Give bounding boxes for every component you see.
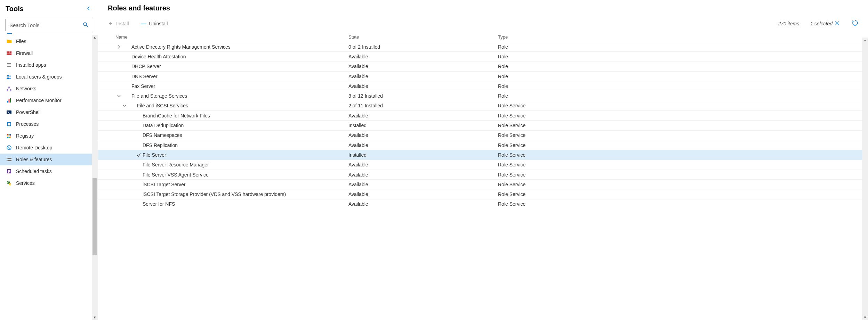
folder-icon xyxy=(6,39,12,44)
row-state: 2 of 11 Installed xyxy=(348,103,498,108)
table-row[interactable]: iSCSI Target ServerAvailableRole Service xyxy=(98,180,868,189)
install-label: Install xyxy=(116,21,129,26)
scrollbar-thumb[interactable] xyxy=(93,178,97,255)
row-name: File and Storage Services xyxy=(131,93,348,99)
users-icon xyxy=(6,74,12,80)
row-state: Available xyxy=(348,83,498,89)
table-row[interactable]: File and iSCSI Services2 of 11 Installed… xyxy=(98,101,868,111)
table-row[interactable]: iSCSI Target Storage Provider (VDS and V… xyxy=(98,189,868,199)
svg-rect-28 xyxy=(10,136,11,137)
sidebar-item-performance-monitor[interactable]: Performance Monitor xyxy=(0,95,98,106)
search-tools-box[interactable] xyxy=(6,19,92,31)
sidebar-item-label: Local users & groups xyxy=(16,74,62,80)
expand-toggle[interactable] xyxy=(114,45,124,49)
svg-rect-30 xyxy=(9,137,10,138)
sidebar-item-powershell[interactable]: PowerShell xyxy=(0,106,98,118)
table-row[interactable]: DFS NamespacesAvailableRole Service xyxy=(98,131,868,140)
refresh-button[interactable] xyxy=(852,20,858,28)
row-state: Installed xyxy=(348,152,498,158)
row-type: Role Service xyxy=(498,172,868,178)
table-row[interactable]: File Server VSS Agent ServiceAvailableRo… xyxy=(98,170,868,180)
sidebar-scrollbar[interactable]: ▲ ▼ xyxy=(92,35,98,320)
sidebar-item-processes[interactable]: Processes xyxy=(0,118,98,130)
row-type: Role Service xyxy=(498,132,868,138)
table-row[interactable]: Active Directory Rights Management Servi… xyxy=(98,42,868,52)
scroll-down-icon[interactable]: ▼ xyxy=(93,315,97,320)
sidebar-header: Tools xyxy=(0,0,98,16)
row-state: Available xyxy=(348,191,498,197)
row-type: Role xyxy=(498,44,868,50)
clear-selection-button[interactable] xyxy=(835,21,839,27)
scroll-up-icon[interactable]: ▲ xyxy=(93,35,97,40)
row-name: Active Directory Rights Management Servi… xyxy=(131,44,348,50)
grid-scrollbar[interactable]: ▲ ▼ xyxy=(862,38,868,320)
toolbar: + Install — Uninstall 270 items 1 select… xyxy=(98,15,868,32)
row-name: File Server VSS Agent Service xyxy=(143,172,348,178)
sidebar-item-firewall[interactable]: Firewall xyxy=(0,47,98,59)
sidebar-item-label: Files xyxy=(16,39,26,44)
table-row[interactable]: Server for NFSAvailableRole Service xyxy=(98,199,868,209)
search-icon xyxy=(83,22,88,28)
table-row[interactable]: Data DeduplicationInstalledRole Service xyxy=(98,121,868,130)
search-input[interactable] xyxy=(9,22,83,28)
roles-icon xyxy=(6,157,12,162)
row-state: Available xyxy=(348,172,498,178)
column-header-state[interactable]: State xyxy=(348,34,498,40)
svg-rect-22 xyxy=(8,123,10,125)
sidebar-item-registry[interactable]: Registry xyxy=(0,130,98,142)
sidebar-item-label: Processes xyxy=(16,121,39,127)
registry-icon xyxy=(6,133,12,139)
row-type: Role xyxy=(498,83,868,89)
main-panel: Roles and features + Install — Uninstall… xyxy=(98,0,868,320)
sidebar-item-label: PowerShell xyxy=(16,109,41,115)
row-state: Available xyxy=(348,182,498,187)
expand-toggle[interactable] xyxy=(120,104,129,107)
sidebar-item-services[interactable]: Services xyxy=(0,177,98,189)
scroll-down-icon[interactable]: ▼ xyxy=(863,315,867,320)
list-icon xyxy=(6,62,12,68)
svg-rect-41 xyxy=(8,172,9,173)
row-state: Available xyxy=(348,142,498,148)
row-type: Role xyxy=(498,64,868,69)
expand-toggle[interactable] xyxy=(114,94,124,98)
svg-rect-29 xyxy=(7,137,8,138)
table-row[interactable]: DFS ReplicationAvailableRole Service xyxy=(98,140,868,150)
plus-icon: + xyxy=(108,20,113,27)
svg-point-45 xyxy=(10,184,10,184)
svg-line-16 xyxy=(9,87,11,90)
page-title: Roles and features xyxy=(108,4,858,12)
column-header-name[interactable]: Name xyxy=(98,34,348,40)
sidebar-item-installed-apps[interactable]: Installed apps xyxy=(0,59,98,71)
sidebar-item-files[interactable]: Files xyxy=(0,35,98,47)
row-type: Role Service xyxy=(498,103,868,108)
collapse-sidebar-button[interactable] xyxy=(85,4,92,13)
table-row[interactable]: DHCP ServerAvailableRole xyxy=(98,62,868,72)
svg-point-36 xyxy=(7,158,8,159)
row-name: Fax Server xyxy=(131,83,348,89)
selection-pill[interactable]: 1 selected xyxy=(810,21,839,27)
svg-rect-19 xyxy=(10,98,11,102)
sidebar-item-local-users-groups[interactable]: Local users & groups xyxy=(0,71,98,83)
sidebar-item-label: Networks xyxy=(16,86,36,91)
scroll-up-icon[interactable]: ▲ xyxy=(863,38,867,43)
table-row[interactable]: File ServerInstalledRole Service xyxy=(98,150,868,160)
table-row[interactable]: Device Health AttestationAvailableRole xyxy=(98,52,868,61)
chevron-left-icon xyxy=(87,6,91,10)
column-header-type[interactable]: Type xyxy=(498,34,868,40)
sidebar-item-scheduled-tasks[interactable]: Scheduled tasks xyxy=(0,165,98,177)
sidebar-item-networks[interactable]: Networks xyxy=(0,83,98,95)
table-row[interactable]: File Server Resource ManagerAvailableRol… xyxy=(98,160,868,170)
table-row[interactable]: File and Storage Services3 of 12 Install… xyxy=(98,91,868,101)
sidebar-item-roles-features[interactable]: Roles & features xyxy=(0,154,98,165)
perf-icon xyxy=(6,98,12,103)
sidebar-item-remote-desktop[interactable]: Remote Desktop xyxy=(0,142,98,154)
row-name: DHCP Server xyxy=(131,64,348,69)
svg-line-1 xyxy=(86,25,88,27)
table-row[interactable]: Fax ServerAvailableRole xyxy=(98,81,868,91)
table-row[interactable]: BranchCache for Network FilesAvailableRo… xyxy=(98,111,868,121)
selected-count: 1 selected xyxy=(810,21,833,26)
table-row[interactable]: DNS ServerAvailableRole xyxy=(98,72,868,81)
uninstall-button[interactable]: — Uninstall xyxy=(138,18,171,29)
row-type: Role xyxy=(498,54,868,59)
install-button[interactable]: + Install xyxy=(105,18,132,29)
